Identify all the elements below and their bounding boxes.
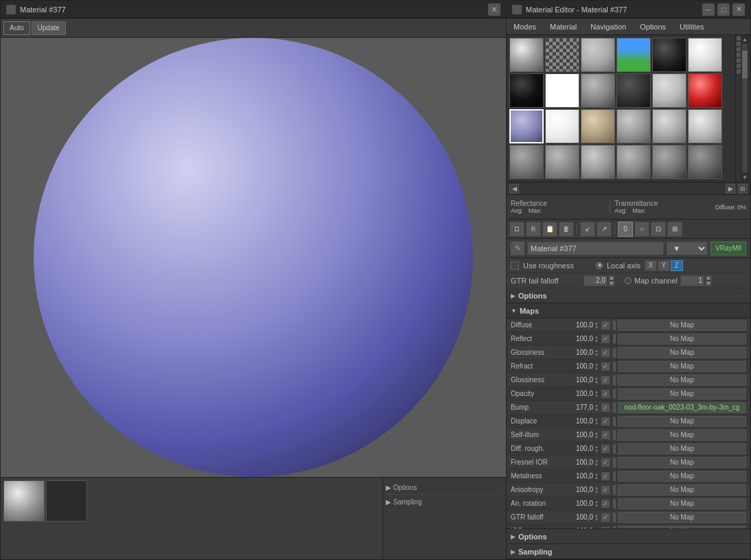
menu-navigation[interactable]: Navigation — [584, 19, 633, 34]
tool-get-scene[interactable]: ↙ — [580, 222, 595, 237]
map-button-9[interactable]: No Map — [618, 443, 746, 454]
bottom-options-header[interactable]: ▶ Options — [507, 529, 750, 544]
mat-thumb-10[interactable] — [616, 73, 651, 108]
gtr-value-input[interactable] — [584, 275, 608, 286]
mat-thumb-19[interactable] — [509, 145, 544, 179]
mat-thumb-5[interactable] — [652, 38, 686, 72]
map-button-2[interactable]: No Map — [618, 347, 746, 358]
maps-section-header[interactable]: ▼ Maps ⋯ — [507, 303, 750, 318]
axis-z-btn[interactable]: Z — [671, 260, 683, 271]
mat-thumb-3[interactable] — [581, 38, 615, 72]
grid-view-btn[interactable]: ⊞ — [738, 184, 748, 194]
map-check-6[interactable] — [601, 404, 610, 412]
map-check-0[interactable] — [601, 321, 610, 329]
gtr-up-arrow[interactable]: ▲ — [608, 275, 615, 281]
map-button-0[interactable]: No Map — [618, 320, 746, 331]
map-button-13[interactable]: No Map — [618, 498, 746, 509]
tool-copy[interactable]: ⎘ — [526, 222, 541, 237]
map-button-7[interactable]: No Map — [618, 416, 746, 427]
menu-material[interactable]: Material — [543, 19, 584, 34]
gtr-down-arrow[interactable]: ▼ — [608, 281, 615, 286]
map-spinner-4[interactable]: ▲▼ — [594, 376, 599, 384]
map-spinner-0[interactable]: ▲▼ — [594, 321, 599, 329]
icon-bar-item-5[interactable] — [737, 58, 741, 62]
scroll-thumb[interactable] — [742, 51, 748, 78]
map-spinner-8[interactable]: ▲▼ — [594, 431, 599, 439]
channel-up-arrow[interactable]: ▲ — [705, 275, 712, 281]
tool-put-scene[interactable]: ↗ — [597, 222, 612, 237]
icon-bar-item-6[interactable] — [737, 64, 741, 68]
map-spinner-10[interactable]: ▲▼ — [594, 458, 599, 467]
map-channel-input[interactable] — [680, 275, 704, 286]
mat-thumb-7[interactable] — [509, 73, 544, 108]
axis-x-btn[interactable]: X — [645, 260, 657, 271]
close-button[interactable]: ✕ — [732, 3, 745, 16]
left-close-button[interactable]: ✕ — [488, 3, 500, 16]
auto-button[interactable]: Auto — [3, 21, 30, 35]
map-check-12[interactable] — [601, 486, 610, 494]
mat-thumb-selected[interactable] — [509, 109, 544, 143]
mat-thumb-1[interactable] — [509, 38, 544, 72]
menu-modes[interactable]: Modes — [507, 19, 543, 34]
tool-view-2[interactable]: ○ — [634, 222, 649, 237]
mat-thumb-24[interactable] — [688, 145, 722, 179]
mat-thumb-6[interactable] — [688, 38, 722, 72]
material-name-input[interactable] — [527, 242, 664, 255]
mat-thumb-8[interactable] — [545, 73, 579, 108]
mat-thumb-22[interactable] — [616, 145, 651, 179]
map-button-6[interactable]: nod-floor-oak_0023-03_3m-by-3m_cg — [618, 402, 746, 413]
map-spinner-1[interactable]: ▲▼ — [594, 335, 599, 343]
map-button-4[interactable]: No Map — [618, 375, 746, 386]
tool-view[interactable]: 0 — [618, 222, 633, 237]
icon-bar-item-3[interactable] — [737, 47, 741, 51]
map-check-14[interactable] — [601, 513, 610, 522]
mat-thumb-9[interactable] — [581, 73, 615, 108]
mat-thumb-18[interactable] — [688, 109, 722, 143]
tool-view-4[interactable]: ⊞ — [667, 222, 682, 237]
mat-thumb-11[interactable] — [652, 73, 686, 108]
icon-bar-item-1[interactable] — [737, 36, 741, 40]
mat-thumb-17[interactable] — [652, 109, 686, 143]
map-spinner-9[interactable]: ▲▼ — [594, 445, 599, 453]
map-spinner-12[interactable]: ▲▼ — [594, 486, 599, 494]
map-check-10[interactable] — [601, 458, 610, 467]
maximize-button[interactable]: □ — [717, 3, 730, 16]
mat-thumb-20[interactable] — [545, 145, 579, 179]
map-check-2[interactable] — [601, 349, 610, 357]
map-check-7[interactable] — [601, 417, 610, 425]
map-check-11[interactable] — [601, 472, 610, 480]
map-button-3[interactable]: No Map — [618, 361, 746, 372]
minimize-button[interactable]: ─ — [702, 3, 715, 16]
icon-bar-item-4[interactable] — [737, 53, 741, 57]
options-section-header[interactable]: ▶ Options ⋯ — [507, 288, 750, 303]
sampling-header[interactable]: ▶ Sampling — [507, 544, 750, 559]
map-button-5[interactable]: No Map — [618, 388, 746, 399]
local-axis-radio[interactable] — [596, 262, 603, 269]
map-button-14[interactable]: No Map — [618, 512, 746, 523]
map-spinner-6[interactable]: ▲▼ — [594, 404, 599, 412]
map-spinner-7[interactable]: ▲▼ — [594, 417, 599, 425]
mat-thumb-12[interactable] — [688, 73, 722, 108]
map-check-5[interactable] — [601, 390, 610, 398]
menu-utilities[interactable]: Utilities — [673, 19, 710, 34]
tool-delete[interactable]: 🗑 — [559, 222, 574, 237]
tool-view-3[interactable]: ⊡ — [651, 222, 666, 237]
mat-thumb-21[interactable] — [581, 145, 615, 179]
map-button-12[interactable]: No Map — [618, 485, 746, 495]
material-type-select[interactable]: ▼ — [667, 242, 708, 255]
mat-thumb-14[interactable] — [545, 109, 579, 143]
map-check-3[interactable] — [601, 362, 610, 371]
scroll-up-arrow[interactable]: ▲ — [742, 36, 748, 43]
collapse-right-btn[interactable]: ▶ — [726, 184, 735, 194]
menu-options[interactable]: Options — [633, 19, 673, 34]
map-check-4[interactable] — [601, 376, 610, 384]
collapse-left-btn[interactable]: ◀ — [509, 184, 519, 194]
map-check-9[interactable] — [601, 445, 610, 453]
tool-new[interactable]: 🗋 — [509, 222, 524, 237]
map-check-8[interactable] — [601, 431, 610, 439]
scroll-down-arrow[interactable]: ▼ — [742, 174, 748, 180]
map-spinner-2[interactable]: ▲▼ — [594, 349, 599, 357]
map-check-1[interactable] — [601, 335, 610, 343]
map-button-10[interactable]: No Map — [618, 457, 746, 468]
mat-thumb-4[interactable] — [616, 38, 651, 72]
